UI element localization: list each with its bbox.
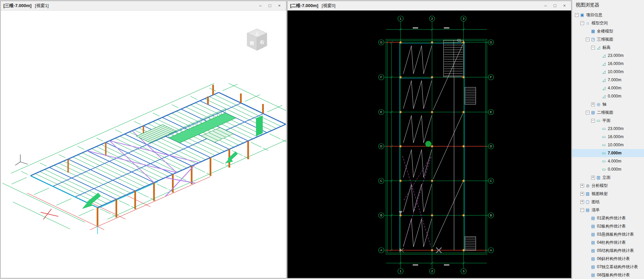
expander-minus-icon[interactable]: − [575,13,579,17]
maximize-button[interactable]: □ [266,2,274,9]
elevation-icon: ◿ [596,45,601,49]
tree-item-label: 06斜杆构件统计表 [597,256,630,262]
tree-item-label: 4.000m [608,159,621,164]
view-cube-top-label: 上 [255,31,259,36]
svg-text:E: E [380,110,382,114]
tree-item-plan-23[interactable]: ▭23.000m [572,125,644,133]
view-browser-title: 视图浏览器 [572,0,644,10]
tree-item-label: 轴 [602,102,606,107]
tree-item-elevation-views[interactable]: +▥立面 [572,173,644,181]
expander-plus-icon[interactable]: + [580,192,584,196]
building-icon: ▦ [591,29,596,33]
svg-text:3: 3 [463,270,464,273]
tree-item-schedule-05-wall[interactable]: ▤05结构墙构件统计表 [572,246,644,255]
tree-item-plan-10[interactable]: ▭10.000m [572,141,644,149]
tree-item-analysis-model[interactable]: +◍分析模型 [572,181,644,190]
tree-item-label: 视图映射 [592,191,608,197]
tree-item-schedule-08-raft[interactable]: ▤08筏板构件统计表 [572,271,644,279]
svg-text:D: D [490,145,492,148]
tree-item-plans[interactable]: −▭平面 [572,116,644,125]
tree-item-view-mapping[interactable]: +▧视图映射 [572,190,644,198]
view3d-icon: ◳ [591,37,596,41]
tree-item-level-10[interactable]: ◿10.000m [572,68,644,76]
expander-minus-icon[interactable]: − [580,208,584,212]
tree-item-schedules[interactable]: −▤清单 [572,206,644,214]
expander-plus-icon[interactable]: + [580,200,584,204]
tree-item-plan-16[interactable]: ▭16.000m [572,133,644,141]
tree-item-drawings[interactable]: +▢图纸 [572,198,644,206]
svg-text:F: F [490,76,492,79]
drawing-icon: ▢ [585,200,590,204]
tree-item-level-23[interactable]: ◿23.000m [572,51,644,60]
expander-plus-icon[interactable]: + [580,184,584,188]
tree-item-label: 05结构墙构件统计表 [597,248,634,254]
expander-plus-icon[interactable]: + [591,176,595,179]
svg-text:B: B [380,214,382,217]
tree-item-label: 模型空间 [592,20,608,26]
tree-item-schedule-01-beam[interactable]: ▤01梁构件统计表 [572,214,644,222]
tree-item-elevations[interactable]: −◿标高 [572,43,644,51]
tree-item-label: 10.000m [608,143,624,147]
tree-item-level-16[interactable]: ◿16.000m [572,60,644,68]
svg-text:A: A [490,249,492,252]
tree-item-label: 23.000m [608,126,624,131]
minimize-button[interactable]: – [541,2,550,9]
table-icon: ▤ [591,240,596,244]
window-2d-view: [二维-7.000m] [视窗0] – □ × CL123123GFEDCBAG… [287,1,572,278]
window-controls: – □ × [541,2,568,9]
plan-icon: ▭ [596,119,601,123]
expander-minus-icon[interactable]: − [586,111,589,114]
table-icon: ▤ [591,257,596,261]
tree-item-label: 07独立基础构件统计表 [597,264,638,270]
3d-viewport[interactable]: 上 前 右 [1,10,286,278]
tree-item-model-space[interactable]: −⌂模型空间 [572,19,644,27]
level-icon: ◿ [601,78,606,82]
tree-item-project-info[interactable]: −▣项目信息 [572,11,644,19]
tree-item-plan-4[interactable]: ▭4.000m [572,157,644,165]
svg-text:1: 1 [400,17,401,20]
table-icon: ▤ [591,265,596,269]
tree-item-axes[interactable]: +◎轴 [572,100,644,108]
view-cube-front-label: 前 [250,41,254,46]
svg-text:E: E [490,110,492,114]
plan-level-icon: ▭ [601,167,606,171]
tree-item-view-2d[interactable]: −▤二维视图 [572,108,644,116]
expander-plus-icon[interactable]: + [591,103,595,106]
tree-item-plan-7[interactable]: ▭7.000m [572,149,644,157]
close-button[interactable]: × [275,2,283,9]
tree-item-schedule-04-column[interactable]: ▤04柱构件统计表 [572,238,644,246]
maximize-button[interactable]: □ [551,2,559,9]
tree-item-label: 清单 [592,207,600,213]
list-icon: ▤ [585,208,590,212]
tree-item-schedule-06-brace[interactable]: ▤06斜杆构件统计表 [572,255,644,263]
window-2d-titlebar[interactable]: [二维-7.000m] [视窗0] – □ × [287,1,571,10]
expander-minus-icon[interactable]: − [591,46,595,49]
plan-level-icon: ▭ [601,151,606,155]
level-icon: ◿ [601,53,606,58]
expander-minus-icon[interactable]: − [580,21,584,25]
tree-item-level-7[interactable]: ◿7.000m [572,76,644,84]
svg-text:G: G [490,41,492,44]
tree-item-schedule-03-cantilever-slab[interactable]: ▤03悬挑板构件统计表 [572,230,644,238]
svg-text:2: 2 [431,270,433,273]
tree-item-level-4[interactable]: ◿4.000m [572,84,644,92]
view-browser-panel: 视图浏览器 −▣项目信息−⌂模型空间▦全楼模型−◳三维视图−◿标高◿23.000… [572,0,644,279]
close-button[interactable]: × [560,2,568,9]
level-icon: ◿ [601,62,606,66]
expander-minus-icon[interactable]: − [586,38,589,41]
tree-item-label: 全楼模型 [597,28,613,34]
tree-item-schedule-02-slab[interactable]: ▤02板构件统计表 [572,222,644,230]
expander-minus-icon[interactable]: − [591,119,595,123]
2d-viewport[interactable]: CL123123GFEDCBAGFEDCBA [287,10,571,278]
tree-item-view-3d[interactable]: −◳三维视图 [572,35,644,43]
minimize-button[interactable]: – [256,2,264,9]
table-icon: ▤ [591,224,596,228]
tree-item-plan-0[interactable]: ▭0.000m [572,165,644,173]
tree-item-level-0[interactable]: ◿0.000m [572,92,644,100]
window-3d-titlebar[interactable]: [三维-7.000m] [视窗1] – □ × [1,1,286,10]
svg-text:1: 1 [400,270,401,273]
svg-text:C: C [490,179,492,183]
tree-item-schedule-07-footing[interactable]: ▤07独立基础构件统计表 [572,263,644,271]
view-cube[interactable]: 上 前 右 [242,27,272,54]
tree-item-whole-building-model[interactable]: ▦全楼模型 [572,27,644,35]
